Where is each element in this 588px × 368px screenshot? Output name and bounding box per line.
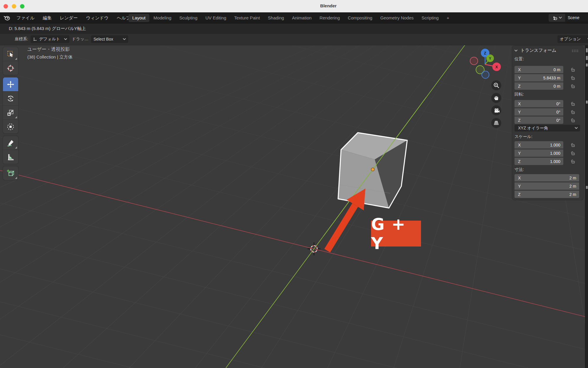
lock-icon[interactable] [570, 67, 575, 72]
box-select-icon [6, 50, 15, 58]
options-button[interactable]: オプション [557, 35, 588, 43]
rotation-y-field[interactable]: Y0° [514, 108, 563, 116]
scale-icon [6, 109, 15, 117]
close-window-button[interactable] [4, 4, 8, 9]
scale-x-field[interactable]: X1.000 [514, 141, 563, 149]
tab-uv-editing[interactable]: UV Editing [202, 14, 230, 22]
shortcut-annotation-box: G + Y [371, 221, 421, 247]
annotate-pencil-icon [6, 139, 15, 147]
tab-shading[interactable]: Shading [264, 14, 288, 22]
modal-status-bar: D: 5.843 m (5.843 m) グローバルY軸上 [0, 23, 588, 34]
lock-icon[interactable] [570, 84, 575, 89]
rotate-icon [6, 94, 15, 103]
tab-rendering[interactable]: Rendering [316, 14, 344, 22]
pan-button[interactable] [491, 93, 501, 103]
tool-rotate[interactable] [3, 91, 18, 105]
tool-tweak-select[interactable] [3, 47, 18, 61]
rotation-z-field[interactable]: Z0° [514, 116, 563, 124]
app-menus: ファイル 編集 レンダー ウィンドウ ヘルプ [12, 12, 134, 23]
location-y-field[interactable]: Y5.8433 m [514, 74, 563, 81]
drag-mode-dropdown[interactable]: Select Box [91, 35, 128, 43]
orientation-value: デフォルト [39, 36, 62, 42]
magnifier-plus-icon [493, 82, 500, 89]
3d-cursor-icon [6, 64, 15, 72]
orientation-label: 座標系: [15, 36, 28, 42]
scene-icon-box[interactable] [549, 14, 565, 22]
menu-window[interactable]: ウィンドウ [82, 12, 113, 23]
orientation-axes-icon [33, 37, 37, 41]
tool-annotate[interactable] [3, 136, 18, 150]
menu-file[interactable]: ファイル [12, 12, 39, 23]
object-origin-dot [371, 168, 375, 171]
macos-titlebar: Blender [0, 0, 588, 13]
tool-measure[interactable] [3, 150, 18, 164]
view-name-label: ユーザー・透視投影 [27, 46, 70, 53]
lock-icon[interactable] [570, 101, 575, 106]
camera-view-button[interactable] [491, 105, 501, 115]
rotation-x-field[interactable]: X0° [514, 100, 563, 107]
menu-edit[interactable]: 編集 [39, 12, 56, 23]
scale-z-field[interactable]: Z1.000 [514, 158, 563, 165]
gizmo-neg-z-ball[interactable] [482, 71, 489, 79]
tab-compositing[interactable]: Compositing [344, 14, 376, 22]
transform-icon [6, 123, 15, 131]
chevron-down-icon [559, 17, 562, 19]
gizmo-neg-x-ball[interactable] [470, 57, 478, 65]
panel-collapse-chevron-icon[interactable] [514, 50, 517, 52]
active-object-label: (38) Collection | 立方体 [27, 54, 73, 60]
lock-icon[interactable] [570, 118, 575, 123]
scene-selector[interactable]: Scene [549, 14, 588, 22]
drag-mode-value: Select Box [93, 37, 121, 41]
add-cube-icon [6, 169, 15, 177]
orientation-dropdown[interactable]: デフォルト [31, 35, 69, 43]
rotation-mode-dropdown[interactable]: XYZ オイラー角 [514, 125, 580, 131]
panel-grip-icon[interactable] [572, 49, 579, 52]
tab-modeling[interactable]: Modeling [150, 14, 175, 22]
dimensions-x-field[interactable]: X2 m [514, 174, 579, 181]
tool-scale[interactable] [3, 105, 18, 119]
chevron-down-icon [123, 38, 126, 40]
scale-y-field[interactable]: Y1.000 [514, 149, 563, 157]
tab-texture-paint[interactable]: Texture Paint [230, 14, 264, 22]
navigation-gizmo[interactable]: Z Y X [470, 49, 501, 79]
tab-add-workspace[interactable]: + [443, 14, 453, 22]
blender-logo-icon[interactable] [4, 14, 10, 21]
tool-shelf [3, 47, 18, 182]
shortcut-annotation-text: G + Y [371, 214, 421, 253]
lock-icon[interactable] [570, 75, 575, 80]
location-z-field[interactable]: Z0 m [514, 82, 563, 90]
floor-grid [0, 0, 588, 368]
tab-scripting[interactable]: Scripting [418, 14, 442, 22]
tool-cursor[interactable] [3, 61, 18, 75]
location-section-label: 位置: [514, 56, 524, 62]
scene-name[interactable]: Scene [565, 14, 588, 22]
dimensions-y-field[interactable]: Y2 m [514, 182, 579, 190]
tool-add-cube[interactable] [3, 166, 18, 180]
zoom-button[interactable] [491, 80, 501, 90]
tab-sculpting[interactable]: Sculpting [176, 14, 201, 22]
tab-geometry-nodes[interactable]: Geometry Nodes [376, 14, 417, 22]
grid-box-icon [493, 120, 500, 126]
dimensions-z-field[interactable]: Z2 m [514, 191, 579, 198]
rotation-section-label: 回転: [514, 92, 524, 97]
perspective-toggle-button[interactable] [491, 118, 501, 128]
chevron-down-icon [64, 38, 67, 40]
tool-transform[interactable] [3, 119, 18, 134]
chevron-down-icon [575, 127, 578, 129]
zoom-window-button[interactable] [20, 4, 24, 9]
tool-settings-header: 座標系: デフォルト ドラッ… Select Box オプション [0, 33, 588, 45]
minimize-window-button[interactable] [12, 4, 16, 9]
tab-animation[interactable]: Animation [288, 14, 315, 22]
move-icon [6, 80, 15, 89]
lock-icon[interactable] [570, 151, 575, 156]
lock-icon[interactable] [570, 109, 575, 114]
scale-section-label: スケール: [514, 134, 532, 139]
lock-icon[interactable] [570, 159, 575, 164]
viewport-canvas[interactable]: Z Y X [0, 0, 588, 368]
location-x-field[interactable]: X0 m [514, 66, 563, 73]
tab-layout[interactable]: Layout [128, 14, 149, 22]
lock-icon[interactable] [570, 142, 575, 147]
drag-label: ドラッ… [72, 36, 88, 42]
tool-move[interactable] [3, 77, 18, 91]
menu-render[interactable]: レンダー [56, 12, 82, 23]
